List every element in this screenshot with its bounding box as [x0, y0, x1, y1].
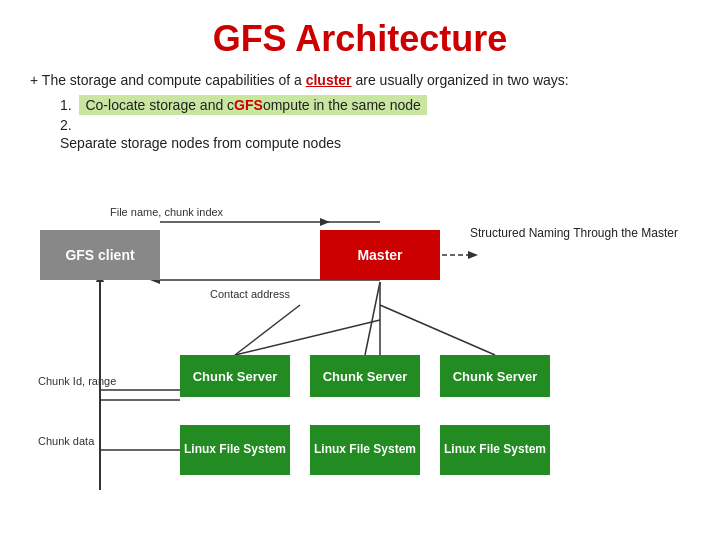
svg-marker-2: [320, 218, 330, 226]
svg-marker-19: [468, 251, 478, 259]
list-item-2: Separate storage nodes from compute node…: [60, 133, 690, 153]
label-chunk-id: Chunk Id, range: [38, 375, 116, 387]
label-contact-addr: Contact address: [210, 288, 290, 300]
diagram: File name, chunk index Contact address C…: [20, 160, 700, 520]
linux-fs-2: Linux File System: [310, 425, 420, 475]
intro-text-after-cluster: are usually organized in two ways:: [352, 72, 569, 88]
gfs-client-box: GFS client: [40, 230, 160, 280]
cluster-word: cluster: [306, 72, 352, 88]
label-file-chunk: File name, chunk index: [110, 206, 223, 218]
svg-line-11: [365, 282, 380, 355]
intro-text: + The storage and compute capabilities o…: [0, 70, 720, 91]
linux-fs-1: Linux File System: [180, 425, 290, 475]
chunk-server-3: Chunk Server: [440, 355, 550, 397]
svg-line-12: [380, 305, 495, 355]
svg-line-8: [235, 320, 380, 355]
list-item-1: Co-locate storage and cGFSompute in the …: [79, 95, 426, 115]
linux-fs-3: Linux File System: [440, 425, 550, 475]
list-items: 1. Co-locate storage and cGFSompute in t…: [0, 91, 720, 153]
svg-line-10: [235, 305, 300, 355]
page-title: GFS Architecture: [0, 0, 720, 70]
intro-bullet: +: [30, 72, 38, 88]
chunk-server-2: Chunk Server: [310, 355, 420, 397]
gfs-word: GFS: [234, 97, 263, 113]
label-chunk-data: Chunk data: [38, 435, 94, 447]
chunk-server-1: Chunk Server: [180, 355, 290, 397]
list-num-2: 2.: [60, 117, 72, 133]
structured-naming-label: Structured Naming Through the Master: [470, 225, 680, 242]
list-num-1: 1.: [60, 97, 72, 113]
intro-text-before-cluster: The storage and compute capabilities of …: [42, 72, 306, 88]
master-box: Master: [320, 230, 440, 280]
